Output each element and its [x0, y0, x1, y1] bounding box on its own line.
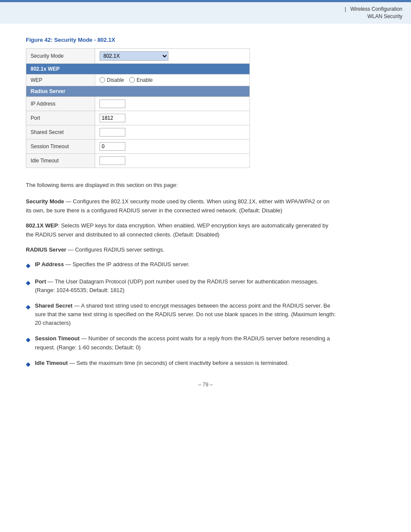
- radius-description: RADIUS Server — Configures RADIUS server…: [26, 246, 336, 255]
- bullet-text: IP Address — Specifies the IP address of…: [35, 260, 336, 269]
- port-label: Port: [26, 111, 95, 125]
- wep-disable-label[interactable]: Disable: [100, 77, 124, 83]
- list-item: ◆Shared Secret — A shared text string us…: [26, 302, 336, 327]
- wep-term: 802.1X WEP: [26, 222, 58, 229]
- main-content: Figure 42: Security Mode - 802.1X Securi…: [0, 24, 411, 405]
- shared-secret-value-cell: [95, 125, 250, 139]
- shared-secret-input[interactable]: [100, 128, 125, 137]
- bullet-term: IP Address: [35, 261, 64, 268]
- wep-label: WEP: [26, 74, 95, 86]
- bullet-desc: — Sets the maximum time (in seconds) of …: [68, 360, 289, 366]
- bullet-text: Idle Timeout — Sets the maximum time (in…: [35, 359, 336, 367]
- wep-enable-text: Enable: [137, 77, 153, 83]
- wep-enable-label[interactable]: Enable: [129, 77, 153, 83]
- list-item: ◆Session Timeout — Number of seconds the…: [26, 334, 336, 352]
- table-row-ip-address: IP Address: [26, 96, 250, 111]
- config-table: Security Mode 802.1X 802.1x WEP WEP Disa…: [26, 48, 250, 168]
- wep-description: 802.1X WEP: Selects WEP keys for data en…: [26, 221, 336, 240]
- security-mode-term: Security Mode: [26, 198, 64, 205]
- 8021x-wep-header: 802.1x WEP: [26, 63, 250, 74]
- table-row-session-timeout: Session Timeout: [26, 139, 250, 153]
- ip-address-input[interactable]: [100, 100, 125, 108]
- bullet-diamond-icon: ◆: [26, 359, 31, 369]
- security-mode-description: Security Mode — Configures the 802.1X se…: [26, 197, 336, 215]
- port-value-cell: [95, 111, 250, 125]
- port-input[interactable]: [100, 114, 125, 122]
- bullet-term: Shared Secret: [35, 302, 72, 309]
- idle-timeout-input[interactable]: [100, 156, 125, 165]
- figure-caption: Figure 42: Security Mode - 802.1X: [26, 37, 385, 43]
- session-timeout-input[interactable]: [100, 142, 125, 151]
- session-timeout-label: Session Timeout: [26, 139, 95, 153]
- bullet-term: Session Timeout: [35, 335, 80, 342]
- bullet-text: Shared Secret — A shared text string use…: [35, 302, 336, 327]
- table-row-idle-timeout: Idle Timeout: [26, 153, 250, 168]
- bullet-diamond-icon: ◆: [26, 302, 31, 311]
- page-header: | Wireless Configuration WLAN Security: [0, 1, 411, 24]
- wep-disable-radio[interactable]: [100, 77, 105, 83]
- bullet-term: Idle Timeout: [35, 360, 68, 366]
- ip-address-label: IP Address: [26, 96, 95, 111]
- wep-desc: : Selects WEP keys for data encryption. …: [26, 222, 328, 238]
- idle-timeout-value-cell: [95, 153, 250, 168]
- list-item: ◆IP Address — Specifies the IP address o…: [26, 260, 336, 270]
- header-pipe: |: [345, 6, 346, 12]
- wep-radio-group: Disable Enable: [100, 77, 245, 83]
- list-item: ◆Idle Timeout — Sets the maximum time (i…: [26, 359, 336, 369]
- table-row-shared-secret: Shared Secret: [26, 125, 250, 139]
- bullet-text: Port — The User Datagram Protocol (UDP) …: [35, 277, 336, 295]
- bullet-desc: — Specifies the IP address of the RADIUS…: [64, 261, 190, 268]
- table-row-security-mode: Security Mode 802.1X: [26, 48, 250, 63]
- radius-server-header: Radius Server: [26, 86, 250, 96]
- bullet-diamond-icon: ◆: [26, 261, 31, 270]
- idle-timeout-label: Idle Timeout: [26, 153, 95, 168]
- description-intro: The following items are displayed in thi…: [26, 181, 336, 190]
- list-item: ◆Port — The User Datagram Protocol (UDP)…: [26, 277, 336, 295]
- bullet-diamond-icon: ◆: [26, 335, 31, 344]
- bullet-desc: — A shared text string used to encrypt m…: [35, 302, 336, 326]
- bullet-text: Session Timeout — Number of seconds the …: [35, 334, 336, 352]
- header-subsection: WLAN Security: [367, 13, 402, 19]
- header-section: Wireless Configuration: [350, 6, 402, 12]
- bullet-list: ◆IP Address — Specifies the IP address o…: [26, 260, 336, 369]
- page-number: – 79 –: [26, 382, 385, 388]
- table-row-port: Port: [26, 111, 250, 125]
- security-mode-value-cell: 802.1X: [95, 48, 250, 63]
- security-mode-label: Security Mode: [26, 48, 95, 63]
- bullet-desc: — The User Datagram Protocol (UDP) port …: [35, 278, 318, 293]
- table-row-wep: WEP Disable Enable: [26, 74, 250, 86]
- bullet-term: Port: [35, 278, 46, 285]
- wep-disable-text: Disable: [107, 77, 124, 83]
- radius-term: RADIUS Server: [26, 246, 66, 253]
- shared-secret-label: Shared Secret: [26, 125, 95, 139]
- radius-desc: — Configures RADIUS server settings.: [66, 246, 165, 253]
- description-section: The following items are displayed in thi…: [26, 181, 336, 369]
- bullet-diamond-icon: ◆: [26, 278, 31, 287]
- wep-value-cell: Disable Enable: [95, 74, 250, 86]
- session-timeout-value-cell: [95, 139, 250, 153]
- wep-enable-radio[interactable]: [129, 77, 135, 83]
- ip-address-value-cell: [95, 96, 250, 111]
- security-mode-desc: — Configures the 802.1X security mode us…: [26, 198, 330, 214]
- table-row-radius-header: Radius Server: [26, 86, 250, 96]
- table-row-8021x-header: 802.1x WEP: [26, 63, 250, 74]
- security-mode-select[interactable]: 802.1X: [100, 51, 168, 61]
